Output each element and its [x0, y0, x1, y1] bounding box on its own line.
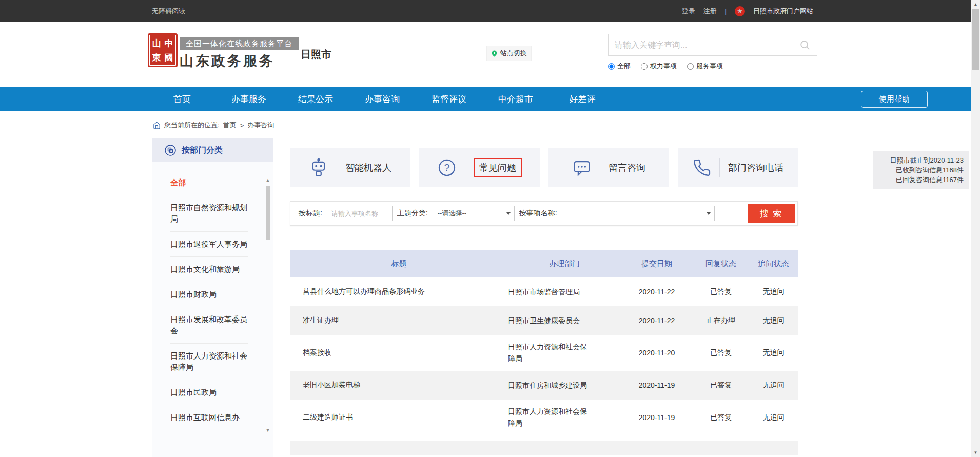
register-link[interactable]: 注册 [703, 7, 717, 16]
platform-tag: 全国一体化在线政务服务平台 [180, 37, 299, 50]
search-icon[interactable] [799, 39, 811, 51]
cell-title[interactable]: 二级建造师证书 [290, 413, 508, 422]
login-link[interactable]: 登录 [682, 7, 695, 16]
item-filter-label: 按事项名称: [519, 209, 557, 218]
cell-reply-status: 已答复 [693, 381, 749, 390]
page-scrollbar[interactable]: ▲ ▼ [971, 0, 980, 457]
svg-text:?: ? [444, 162, 449, 173]
keyword-search-input[interactable] [615, 41, 799, 50]
breadcrumb-home[interactable]: 首页 [223, 121, 237, 130]
channel-label: 智能机器人 [345, 162, 391, 174]
sidebar-item-internet-info[interactable]: 日照市互联网信息办 [170, 405, 248, 430]
cell-dept: 日照市卫生健康委员会 [508, 315, 621, 327]
shandong-seal-logo: 山 中 東 國 [148, 33, 178, 67]
sidebar-item-human-resources[interactable]: 日照市人力资源和社会保障局 [170, 344, 248, 380]
cell-title[interactable]: 档案接收 [290, 348, 508, 357]
search-button[interactable]: 搜 索 [748, 204, 795, 223]
cell-follow-status: 无追问 [749, 381, 798, 390]
national-emblem-icon: ★ [735, 6, 745, 16]
portal-link[interactable]: 日照市政府门户网站 [753, 7, 813, 16]
page-scroll-thumb[interactable] [972, 9, 979, 70]
help-button[interactable]: 使用帮助 [861, 91, 928, 108]
sidebar-title: 按部门分类 [182, 145, 223, 156]
table-row[interactable]: 老旧小区加装电梯 日照市住房和城乡建设局 2020-11-19 已答复 无追问 [290, 371, 798, 400]
channel-smart-robot[interactable]: 智能机器人 [290, 148, 410, 187]
table-row-partial [290, 441, 798, 455]
seal-char: 東 [152, 52, 161, 64]
nav-item-consult[interactable]: 办事咨询 [349, 87, 416, 111]
cell-follow-status: 无追问 [749, 348, 798, 357]
topic-filter-label: 主题分类: [397, 209, 428, 218]
cell-reply-status: 正在办理 [693, 316, 749, 325]
sidebar-item-finance[interactable]: 日照市财政局 [170, 282, 248, 307]
city-name: 日照市 [301, 48, 331, 62]
sidebar-item-culture-tourism[interactable]: 日照市文化和旅游局 [170, 257, 248, 282]
message-icon [572, 158, 592, 177]
scope-label: 权力事项 [650, 62, 677, 71]
breadcrumb-sep: > [240, 122, 244, 129]
sidebar-scroll-thumb[interactable] [266, 186, 270, 240]
cell-follow-status: 无追问 [749, 287, 798, 296]
title-filter-input[interactable] [327, 206, 393, 221]
cell-follow-status: 无追问 [749, 413, 798, 422]
nav-item-results[interactable]: 结果公示 [282, 87, 349, 111]
channel-phone[interactable]: 部门咨询电话 [678, 148, 798, 187]
sidebar-item-development-reform[interactable]: 日照市发展和改革委员会 [170, 307, 248, 344]
cell-reply-status: 已答复 [693, 413, 749, 422]
col-title: 标题 [290, 259, 508, 269]
scroll-down-icon[interactable]: ▼ [971, 448, 980, 457]
chevron-down-icon [506, 212, 511, 215]
stats-line: 日照市截止到2020-11-23 [878, 155, 964, 165]
seal-char: 國 [165, 52, 173, 64]
cell-title[interactable]: 莒县什么地方可以办理商品条形码业务 [290, 287, 508, 296]
divider [465, 158, 465, 177]
channel-message[interactable]: 留言咨询 [548, 148, 669, 187]
table-header-row: 标题 办理部门 提交日期 回复状态 追问状态 [290, 250, 798, 277]
stats-line: 已回复咨询信息1167件 [878, 175, 964, 185]
scroll-up-icon[interactable]: ▲ [265, 177, 271, 184]
site-switch-button[interactable]: 站点切换 [486, 46, 532, 61]
divider [719, 158, 720, 177]
scope-power[interactable]: 权力事项 [641, 62, 677, 71]
sidebar-scrollbar[interactable]: ▲ ▼ [265, 177, 271, 434]
filter-bar: 按标题: 主题分类: --请选择-- 按事项名称: 搜 索 [290, 201, 798, 226]
cell-dept: 日照市住房和城乡建设局 [508, 380, 621, 391]
table-row[interactable]: 档案接收 日照市人力资源和社会保障局 2020-11-20 已答复 无追问 [290, 335, 798, 371]
nav-item-rating[interactable]: 好差评 [549, 87, 616, 111]
scope-power-radio[interactable] [641, 63, 648, 70]
robot-icon [309, 158, 328, 177]
scope-service[interactable]: 服务事项 [687, 62, 723, 71]
accessibility-link[interactable]: 无障碍阅读 [152, 7, 185, 16]
topbar-divider: | [725, 7, 727, 15]
topic-select[interactable]: --请选择-- [433, 206, 515, 221]
scope-label: 服务事项 [696, 62, 723, 71]
scroll-down-icon[interactable]: ▼ [265, 428, 271, 434]
nav-item-agency[interactable]: 中介超市 [482, 87, 549, 111]
dept-text: 日照市市场监督管理局 [508, 286, 590, 298]
table-row[interactable]: 二级建造师证书 日照市人力资源和社会保障局 2020-11-19 已答复 无追问 [290, 400, 798, 435]
cell-title[interactable]: 老旧小区加装电梯 [290, 381, 508, 390]
scope-label: 全部 [617, 62, 631, 71]
item-select[interactable] [562, 206, 715, 221]
scope-service-radio[interactable] [687, 63, 694, 70]
nav-item-services[interactable]: 办事服务 [215, 87, 282, 111]
table-row[interactable]: 莒县什么地方可以办理商品条形码业务 日照市市场监督管理局 2020-11-22 … [290, 277, 798, 306]
sidebar-item-veterans[interactable]: 日照市退役军人事务局 [170, 232, 248, 257]
phone-icon [693, 158, 711, 177]
sidebar-item-civil-affairs[interactable]: 日照市民政局 [170, 380, 248, 405]
consult-table: 标题 办理部门 提交日期 回复状态 追问状态 莒县什么地方可以办理商品条形码业务… [290, 250, 798, 455]
channel-label: 留言咨询 [609, 162, 645, 174]
breadcrumb-current[interactable]: 办事咨询 [247, 121, 274, 130]
cell-reply-status: 已答复 [693, 287, 749, 296]
table-row[interactable]: 准生证办理 日照市卫生健康委员会 2020-11-22 正在办理 无追问 [290, 306, 798, 335]
scope-all-radio[interactable] [608, 63, 615, 70]
cell-title[interactable]: 准生证办理 [290, 316, 508, 325]
sidebar-item-natural-resources[interactable]: 日照市自然资源和规划局 [170, 195, 248, 232]
nav-item-supervision[interactable]: 监督评议 [416, 87, 482, 111]
consult-channels: 智能机器人 ? 常见问题 留言咨询 [290, 148, 798, 187]
channel-faq[interactable]: ? 常见问题 [419, 148, 540, 187]
nav-item-home[interactable]: 首页 [149, 87, 215, 111]
scroll-up-icon[interactable]: ▲ [971, 0, 980, 9]
sidebar-item-all[interactable]: 全部 [170, 170, 248, 195]
scope-all[interactable]: 全部 [608, 62, 631, 71]
